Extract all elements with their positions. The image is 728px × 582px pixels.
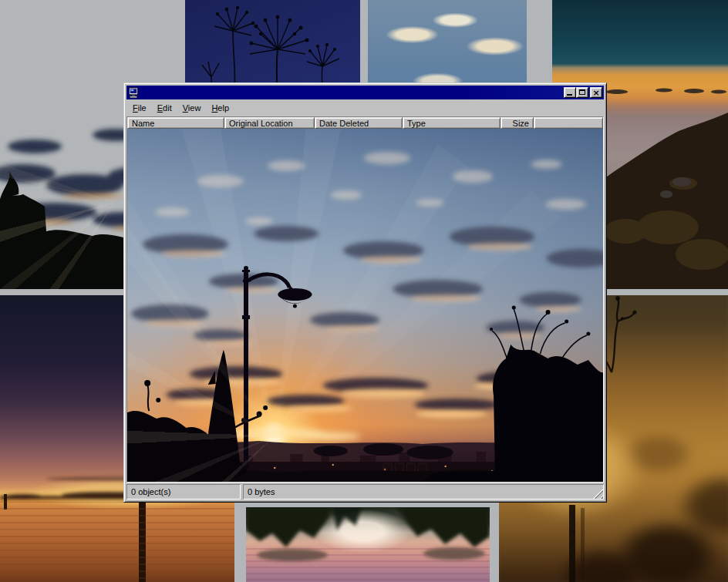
list-view[interactable]: NameOriginal LocationDate DeletedTypeSiz…: [126, 116, 604, 483]
street-lamp-silhouette: [242, 266, 312, 469]
list-viewport[interactable]: [127, 129, 603, 482]
title-bar[interactable]: ×: [126, 86, 604, 99]
status-object-count: 0 object(s): [126, 484, 241, 500]
column-header-original-location[interactable]: Original Location: [224, 117, 315, 129]
left-trees-silhouette: [127, 380, 268, 482]
minimize-button[interactable]: [564, 87, 576, 98]
column-header-size[interactable]: Size: [501, 117, 534, 129]
column-header-type[interactable]: Type: [403, 117, 501, 129]
right-trees-silhouette: [422, 306, 603, 483]
photo-watermark: [383, 463, 426, 473]
menu-view[interactable]: View: [177, 102, 207, 115]
column-header-row: NameOriginal LocationDate DeletedTypeSiz…: [127, 117, 603, 129]
status-bar: 0 object(s) 0 bytes: [126, 484, 604, 500]
column-header-blank[interactable]: [534, 117, 603, 129]
maximize-icon: [579, 89, 585, 95]
menu-file[interactable]: File: [127, 102, 152, 115]
minimize-icon: [567, 94, 572, 96]
desktop-collage: × FileEditViewHelp NameOriginal Location…: [0, 0, 728, 582]
close-button[interactable]: ×: [590, 87, 602, 98]
menu-edit[interactable]: Edit: [152, 102, 177, 115]
thumbnail-forest-reflection-pink-water: [246, 507, 490, 582]
close-icon: ×: [591, 88, 602, 97]
menu-help[interactable]: Help: [206, 102, 234, 115]
computer-icon[interactable]: [128, 87, 140, 99]
column-header-date-deleted[interactable]: Date Deleted: [315, 117, 403, 129]
menu-bar: FileEditViewHelp: [126, 99, 604, 116]
cypress-tree-silhouette: [197, 350, 247, 479]
recycle-bin-window: × FileEditViewHelp NameOriginal Location…: [123, 82, 607, 503]
status-size: 0 bytes: [243, 484, 604, 500]
maximize-button[interactable]: [576, 87, 588, 98]
column-header-name[interactable]: Name: [127, 117, 224, 129]
street-lamp-sunset-photo: [127, 129, 603, 482]
